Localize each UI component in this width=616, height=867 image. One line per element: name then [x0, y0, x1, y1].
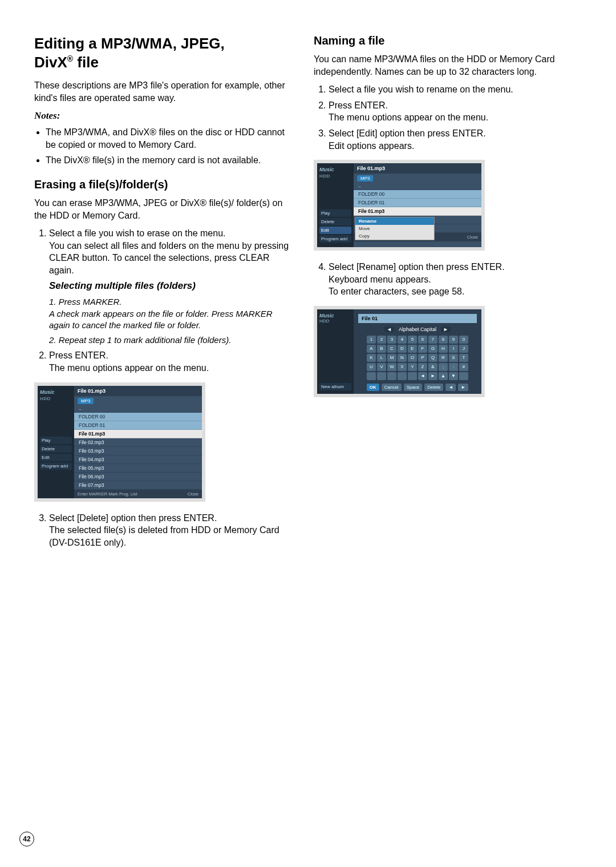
fig-ctrl-button: Cancel — [382, 384, 402, 391]
naming-steps: Select a file you wish to rename on the … — [314, 83, 570, 152]
fig-ctrl-button: Delete — [424, 384, 443, 391]
fig-key: G — [428, 345, 437, 353]
fig-key: 6 — [418, 336, 427, 344]
fig-key: K — [367, 354, 376, 362]
fig-row: FOLDER 00 — [74, 413, 202, 421]
fig-row: File 02.mp3 — [74, 438, 202, 447]
right-column: Naming a file You can name MP3/WMA files… — [314, 34, 570, 552]
erase-intro: You can erase MP3/WMA, JPEG or DivX® fil… — [34, 197, 291, 221]
fig-key: ► — [428, 372, 437, 380]
fig-key: 7 — [428, 336, 437, 344]
fig-mode-row: ◄ Alphabet Capital ► — [358, 326, 477, 332]
naming-intro: You can name MP3/WMA files on the HDD or… — [314, 53, 570, 78]
fig-popup-item: Copy — [355, 232, 434, 240]
fig-key: S — [449, 354, 458, 362]
fig-footer-left: Enter MARKER Mark Prog. List — [78, 491, 137, 497]
step-text: Select a file you wish to erase on the m… — [49, 228, 289, 275]
fig-key: 1 — [367, 336, 376, 344]
fig-key: U — [367, 363, 376, 371]
fig-key — [398, 372, 407, 380]
fig-key: ; — [439, 363, 448, 371]
fig-row: .. — [74, 404, 202, 413]
left-column: Editing a MP3/WMA, JPEG, DivX® file Thes… — [34, 34, 291, 552]
fig-footer-right: Close — [188, 491, 198, 497]
fig-key: 0 — [459, 336, 468, 344]
fig-key: T — [459, 354, 468, 362]
selecting-multiple-heading: Selecting multiple files (folders) — [49, 280, 291, 293]
notes-label: Notes: — [34, 110, 291, 123]
note-item: The MP3/WMA, and DivX® files on the disc… — [46, 126, 291, 151]
fig-key: 2 — [377, 336, 386, 344]
erase-heading: Erasing a file(s)/folder(s) — [34, 178, 291, 191]
page-number: 42 — [19, 832, 34, 846]
fig-key: ▼ — [449, 372, 458, 380]
fig-key: B — [377, 345, 386, 353]
fig-ctrl-ok: OK — [367, 384, 379, 391]
fig-title: File 01.mp3 — [74, 386, 202, 396]
fig-side-button: Delete — [319, 218, 351, 225]
fig-popup: Rename Move Copy — [355, 217, 435, 240]
fig-key: H — [439, 345, 448, 353]
fig-key: 4 — [398, 336, 407, 344]
step-item: Select [Rename] option then press ENTER.… — [329, 261, 570, 298]
fig-side-hdd: HDD — [319, 174, 351, 179]
erase-steps: Select a file you wish to erase on the m… — [34, 227, 291, 374]
fig-key: : — [449, 363, 458, 371]
fig-side-tab: Music — [319, 313, 351, 318]
fig-row: FOLDER 01 — [74, 421, 202, 430]
substeps: 1. Press MARKER. A check mark appears on… — [49, 296, 291, 346]
fig-key: & — [428, 363, 437, 371]
fig-row: File 04.mp3 — [74, 455, 202, 464]
fig-popup-item: Move — [355, 225, 434, 232]
naming-heading: Naming a file — [314, 34, 570, 47]
fig-key: O — [408, 354, 417, 362]
fig-side-button: Play — [40, 437, 72, 444]
fig-ctrl-button: Space — [404, 384, 423, 391]
fig-key: 9 — [449, 336, 458, 344]
substep-item: 2. Repeat step 1 to mark additional file… — [49, 334, 291, 346]
fig-key: R — [439, 354, 448, 362]
fig-filename: File 01 — [358, 314, 477, 323]
fig-key: J — [459, 345, 468, 353]
intro-text: These descriptions are MP3 file's operat… — [34, 79, 291, 104]
fig-side-button: Program add — [319, 235, 351, 243]
fig-side-hdd: HDD — [319, 318, 351, 324]
fig-side-button-highlight: Edit — [319, 227, 351, 234]
heading-line2-pre: DivX — [34, 54, 67, 71]
fig-ctrl-row: OK Cancel Space Delete ◄ ► — [358, 384, 477, 391]
step-item: Select a file you wish to rename on the … — [329, 83, 570, 96]
fig-key: Z — [418, 363, 427, 371]
step-item: Select [Edit] option then press ENTER. E… — [329, 127, 570, 152]
figure-erase-menu: Music HDD Play Delete Edit Program add F… — [34, 382, 291, 502]
fig-key: D — [398, 345, 407, 353]
heading-line2-post: file — [73, 54, 99, 71]
fig-key: F — [418, 345, 427, 353]
fig-key: 8 — [439, 336, 448, 344]
fig-key — [387, 372, 396, 380]
naming-steps-cont: Select [Rename] option then press ENTER.… — [314, 261, 570, 298]
fig-key-grid: 1234567890ABCDEFGHIJKLMNOPQRSTUVWXYZ&;:#… — [358, 336, 477, 380]
fig-row: FOLDER 00 — [354, 190, 481, 199]
fig-side-hdd: HDD — [40, 396, 72, 401]
figure-keyboard: Music HDD New album File 01 ◄ Alphabet C… — [314, 306, 570, 397]
fig-key: P — [418, 354, 427, 362]
fig-key — [408, 372, 417, 380]
figure-edit-menu: Music HDD Play Delete Edit Program add F… — [314, 160, 570, 251]
fig-chip: MP3 — [78, 398, 94, 404]
heading-line1: Editing a MP3/WMA, JPEG, — [34, 35, 225, 52]
arrow-left-icon: ◄ — [384, 326, 394, 332]
fig-side-tab: Music — [40, 389, 72, 395]
note-item: The DivX® file(s) in the memory card is … — [46, 154, 291, 167]
fig-title: File 01.mp3 — [354, 163, 481, 174]
fig-key — [367, 372, 376, 380]
fig-row: File 05.mp3 — [74, 464, 202, 473]
fig-row-selected: File 01.mp3 — [74, 430, 202, 438]
fig-ctrl-button: ► — [458, 384, 468, 391]
fig-key: I — [449, 345, 458, 353]
step-item: Select a file you wish to erase on the m… — [49, 227, 291, 346]
fig-chip: MP3 — [357, 175, 373, 182]
fig-key: C — [387, 345, 396, 353]
fig-side-button: Delete — [40, 445, 72, 453]
erase-steps-cont: Select [Delete] option then press ENTER.… — [34, 512, 291, 549]
step-item: Press ENTER. The menu options appear on … — [329, 99, 570, 124]
